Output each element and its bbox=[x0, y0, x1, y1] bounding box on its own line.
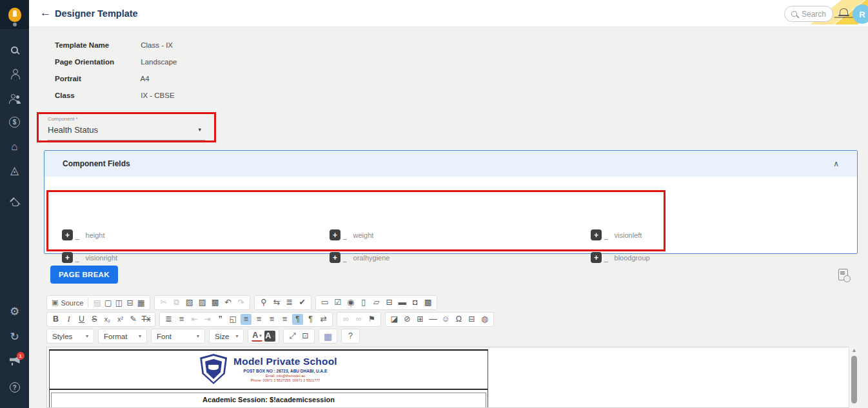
component-select[interactable]: Component * Health Status ▾ bbox=[39, 114, 214, 141]
sidebar-item-institution[interactable]: ⌂ bbox=[0, 137, 29, 156]
editor-content-area[interactable]: Model Private School POST BOX NO : 26723… bbox=[46, 347, 858, 408]
sidebar-item-student[interactable] bbox=[0, 64, 29, 84]
remove-format-icon[interactable]: Tx bbox=[141, 314, 152, 325]
print-icon[interactable]: ⊟ bbox=[124, 298, 135, 309]
paste-icon[interactable]: ▧ bbox=[184, 297, 195, 308]
document-history-button[interactable] bbox=[838, 269, 848, 283]
about-icon[interactable]: ? bbox=[345, 331, 356, 342]
add-field-button[interactable] bbox=[330, 252, 340, 263]
component-fields-header[interactable]: Component Fields ∧ bbox=[44, 151, 857, 177]
add-field-button[interactable] bbox=[62, 252, 73, 263]
redo-icon[interactable]: ↷ bbox=[235, 297, 246, 308]
paste-from-word-icon[interactable]: ▩ bbox=[210, 297, 221, 308]
align-justify-icon[interactable]: ≡ bbox=[279, 314, 290, 325]
checkbox-icon[interactable]: ☑ bbox=[332, 297, 343, 308]
superscript-icon[interactable]: x² bbox=[115, 314, 126, 325]
subscript-icon[interactable]: x₂ bbox=[102, 314, 113, 325]
select-all-icon[interactable]: ≣ bbox=[284, 297, 295, 308]
avatar[interactable]: R bbox=[853, 5, 868, 24]
sidebar-item-community[interactable] bbox=[0, 89, 29, 108]
sidebar-item-finance[interactable] bbox=[0, 112, 29, 131]
sidebar-item-help[interactable] bbox=[0, 378, 29, 397]
align-left-icon[interactable]: ≡ bbox=[241, 314, 252, 325]
text-direction-rtl-icon[interactable]: ¶ bbox=[305, 314, 316, 325]
bulleted-list-icon[interactable]: ≡ bbox=[176, 314, 187, 325]
editor-scrollbar[interactable]: ▲ bbox=[849, 347, 858, 408]
form-icon[interactable]: ▭ bbox=[319, 297, 330, 308]
sidebar-item-sync[interactable]: ↻ bbox=[0, 327, 29, 346]
unlink-icon[interactable]: ∞ bbox=[353, 314, 364, 325]
sidebar-item-announcements[interactable]: 1 bbox=[0, 350, 29, 369]
blockquote-icon[interactable]: ” bbox=[215, 314, 226, 325]
add-field-button[interactable] bbox=[591, 252, 602, 263]
iframe-icon[interactable]: ◍ bbox=[479, 314, 490, 325]
preview-icon[interactable]: ◫ bbox=[113, 298, 124, 309]
cut-icon[interactable]: ✂ bbox=[158, 297, 169, 308]
radio-button-icon[interactable]: ◉ bbox=[345, 297, 356, 308]
textarea-icon[interactable]: ▱ bbox=[371, 297, 382, 308]
image-icon[interactable]: ◪ bbox=[389, 314, 400, 325]
styles-dropdown[interactable]: Styles▾ bbox=[46, 329, 94, 344]
copy-formatting-icon[interactable]: ✎ bbox=[128, 314, 139, 325]
app-logo[interactable] bbox=[0, 0, 29, 29]
anchor-icon[interactable]: ⚑ bbox=[366, 314, 377, 325]
size-dropdown[interactable]: Size▾ bbox=[209, 329, 244, 344]
notifications-button[interactable] bbox=[839, 8, 848, 20]
button-icon[interactable]: ▬ bbox=[397, 297, 408, 308]
language-icon[interactable]: ⇄ bbox=[318, 314, 329, 325]
back-button[interactable]: ← bbox=[40, 6, 51, 19]
sidebar-item-settings[interactable]: ⚙ bbox=[0, 302, 29, 321]
spell-check-icon[interactable]: ✔ bbox=[297, 297, 308, 308]
scroll-up-arrow[interactable]: ▲ bbox=[849, 347, 859, 353]
smiley-icon[interactable]: ☺ bbox=[440, 314, 451, 325]
align-center-icon[interactable]: ≡ bbox=[253, 314, 264, 325]
flash-icon[interactable]: ⊘ bbox=[402, 314, 413, 325]
paste-plain-text-icon[interactable]: ▨ bbox=[197, 297, 208, 308]
underline-icon[interactable]: U bbox=[76, 314, 87, 325]
scrollbar-thumb[interactable] bbox=[851, 356, 857, 403]
sidebar-item-academics[interactable] bbox=[0, 192, 29, 211]
table-icon[interactable]: ⊞ bbox=[415, 314, 426, 325]
hidden-field-icon[interactable]: ▩ bbox=[422, 297, 433, 308]
page-break-button[interactable]: PAGE BREAK bbox=[50, 266, 118, 284]
decrease-indent-icon[interactable]: ⇤ bbox=[189, 314, 200, 325]
image-button-icon[interactable]: ◘ bbox=[409, 297, 420, 308]
replace-icon[interactable]: ⇆ bbox=[271, 297, 282, 308]
text-field-icon[interactable]: ▯ bbox=[358, 297, 369, 308]
grid-icon[interactable]: ▦ bbox=[322, 331, 333, 342]
find-icon[interactable]: ⚲ bbox=[258, 297, 269, 308]
special-character-icon[interactable]: Ω bbox=[453, 314, 464, 325]
sidebar: ⌂ ◬ ⚙ ↻ 1 bbox=[0, 0, 29, 408]
insert-page-break-icon[interactable]: ⊟ bbox=[466, 314, 477, 325]
search-button[interactable]: Search bbox=[784, 6, 833, 22]
copy-icon[interactable]: ⧉ bbox=[171, 297, 182, 308]
sidebar-item-network[interactable]: ◬ bbox=[0, 160, 29, 180]
strikethrough-icon[interactable]: S bbox=[89, 314, 100, 325]
add-field-button[interactable] bbox=[591, 229, 602, 240]
horizontal-rule-icon[interactable]: ― bbox=[428, 314, 439, 325]
increase-indent-icon[interactable]: ⇥ bbox=[202, 314, 213, 325]
select-field-icon[interactable]: ⊟ bbox=[384, 297, 395, 308]
chevron-up-icon[interactable]: ∧ bbox=[833, 159, 839, 168]
div-container-icon[interactable]: ◱ bbox=[228, 314, 239, 325]
background-color-icon[interactable]: A bbox=[264, 331, 275, 342]
font-dropdown[interactable]: Font▾ bbox=[151, 329, 205, 344]
link-icon[interactable]: ∞ bbox=[340, 314, 351, 325]
text-color-icon[interactable]: A bbox=[252, 331, 262, 342]
numbered-list-icon[interactable]: ≣ bbox=[163, 314, 174, 325]
align-right-icon[interactable]: ≡ bbox=[266, 314, 277, 325]
sidebar-item-search[interactable] bbox=[0, 40, 29, 59]
show-blocks-icon[interactable]: ⊡ bbox=[300, 331, 311, 342]
undo-icon[interactable]: ↶ bbox=[222, 297, 233, 308]
maximize-icon[interactable]: ⤢ bbox=[287, 331, 298, 342]
bold-icon[interactable]: B bbox=[50, 314, 61, 325]
add-field-button[interactable] bbox=[62, 229, 73, 240]
format-dropdown[interactable]: Format▾ bbox=[98, 329, 147, 344]
source-button[interactable]: ▣ Source bbox=[50, 298, 84, 307]
new-page-icon[interactable]: ▢ bbox=[103, 298, 113, 309]
save-icon[interactable]: ▤ bbox=[92, 298, 103, 309]
templates-icon[interactable]: ▦ bbox=[135, 298, 146, 309]
text-direction-ltr-icon[interactable]: ¶ bbox=[292, 314, 303, 325]
italic-icon[interactable]: I bbox=[63, 314, 74, 325]
add-field-button[interactable] bbox=[330, 229, 340, 240]
